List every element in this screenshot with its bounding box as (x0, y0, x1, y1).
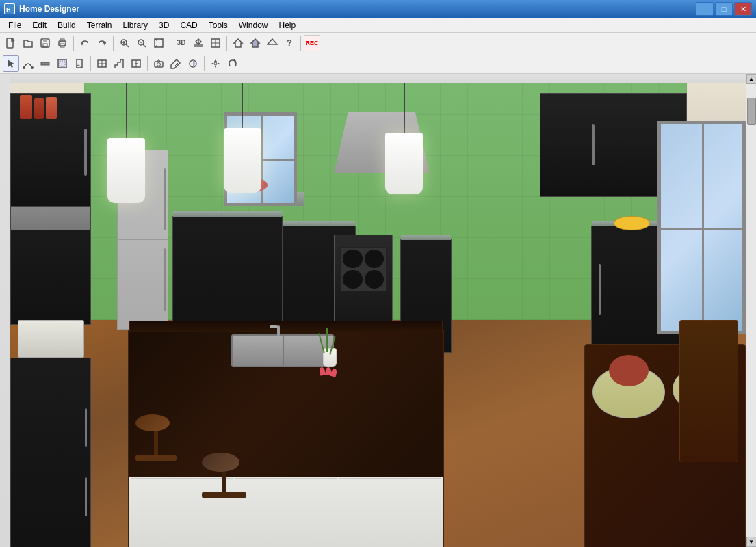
ruler-left (0, 74, 10, 547)
pendant-light-2 (224, 83, 261, 193)
svg-rect-24 (41, 62, 49, 65)
zoom-in-button[interactable] (116, 35, 133, 51)
window-tool[interactable] (94, 55, 110, 72)
scrollbar-vertical[interactable]: ▲ ▼ (746, 74, 756, 547)
roof-button[interactable] (264, 35, 281, 51)
house-button[interactable] (230, 35, 246, 51)
kitchen-sink (231, 334, 335, 367)
svg-line-10 (126, 44, 129, 47)
app-icon: H (4, 3, 15, 14)
menu-tools[interactable]: Tools (203, 19, 233, 31)
svg-point-34 (136, 63, 138, 64)
redo-button[interactable] (94, 35, 110, 51)
countertop-appliance (18, 320, 84, 358)
elevation-button[interactable] (190, 35, 207, 51)
svg-point-22 (23, 66, 25, 69)
fruit-bowl (614, 216, 651, 230)
paint-tool[interactable] (168, 55, 184, 72)
svg-point-33 (135, 63, 136, 64)
minimize-button[interactable]: — (696, 2, 714, 16)
menu-file[interactable]: File (3, 19, 27, 31)
dining-chair-back (679, 320, 738, 462)
menu-bar: File Edit Build Terrain Library 3D CAD T… (0, 18, 756, 33)
new-button[interactable] (3, 35, 19, 51)
stair-tool[interactable] (111, 55, 127, 72)
maximize-button[interactable]: □ (715, 2, 733, 16)
room-tool[interactable] (54, 55, 70, 72)
viewport-canvas[interactable] (10, 74, 746, 547)
zoom-fit-button[interactable] (151, 35, 167, 51)
sep-t2-1 (90, 56, 91, 71)
app-title: Home Designer (19, 4, 79, 14)
arc-tool[interactable] (20, 55, 36, 72)
sep-2 (113, 36, 114, 51)
scroll-down-button[interactable]: ▼ (746, 537, 757, 547)
lower-cabinet-left (10, 358, 91, 547)
material-tool[interactable] (185, 55, 201, 72)
move-tool[interactable] (207, 55, 224, 72)
pendant-light-1 (106, 83, 147, 203)
svg-text:H: H (6, 6, 11, 13)
3d-view-button[interactable]: 3D (173, 35, 190, 51)
bar-stool-2 (202, 453, 246, 498)
window-right (657, 121, 746, 334)
sep-5 (300, 36, 301, 51)
floor-plan-button[interactable] (207, 35, 224, 51)
close-button[interactable]: ✕ (734, 2, 752, 16)
title-bar: H Home Designer — □ ✕ (0, 0, 756, 18)
house-3d-button[interactable] (247, 35, 263, 51)
svg-line-14 (143, 44, 146, 47)
menu-cad[interactable]: CAD (174, 19, 203, 31)
svg-point-36 (157, 62, 161, 66)
svg-point-39 (214, 62, 217, 65)
sep-3 (170, 36, 170, 51)
select-tool[interactable] (3, 55, 19, 72)
door-tool[interactable] (71, 55, 88, 72)
toolbar-1: 3D ? REC (0, 33, 756, 53)
help-button[interactable]: ? (281, 35, 298, 51)
menu-library[interactable]: Library (117, 19, 153, 31)
menu-edit[interactable]: Edit (27, 19, 52, 31)
main-area: ▲ ▼ (0, 74, 756, 547)
svg-rect-4 (43, 39, 47, 42)
menu-window[interactable]: Window (233, 19, 274, 31)
menu-help[interactable]: Help (273, 19, 301, 31)
undo-button[interactable] (77, 35, 93, 51)
sep-4 (226, 36, 227, 51)
sep-t2-3 (204, 56, 205, 71)
left-counter-cabinet (10, 206, 91, 325)
scroll-up-button[interactable]: ▲ (746, 74, 757, 84)
svg-marker-21 (268, 39, 277, 44)
camera-tool[interactable] (151, 55, 167, 72)
scroll-v-thumb[interactable] (747, 98, 756, 125)
sep-1 (73, 36, 74, 51)
wall-tool[interactable] (37, 55, 53, 72)
window-controls[interactable]: — □ ✕ (696, 2, 752, 16)
zoom-out-button[interactable] (133, 35, 150, 51)
title-bar-left: H Home Designer (4, 3, 79, 14)
record-button[interactable]: REC (304, 35, 320, 51)
rotate-tool[interactable] (224, 55, 241, 72)
decorative-items-shelf (18, 93, 84, 122)
print-button[interactable] (54, 35, 70, 51)
menu-build[interactable]: Build (52, 19, 81, 31)
menu-3d[interactable]: 3D (153, 19, 174, 31)
bar-stool-1 (135, 414, 177, 461)
cabinet-tool[interactable] (128, 55, 144, 72)
ruler-top (10, 74, 746, 83)
save-button[interactable] (37, 35, 53, 51)
pendant-light-3 (385, 83, 423, 194)
toolbar-2 (0, 53, 756, 74)
3d-scene[interactable] (10, 83, 746, 547)
sep-t2-2 (147, 56, 148, 71)
open-button[interactable] (20, 35, 36, 51)
menu-terrain[interactable]: Terrain (81, 19, 118, 31)
svg-point-23 (31, 66, 34, 69)
